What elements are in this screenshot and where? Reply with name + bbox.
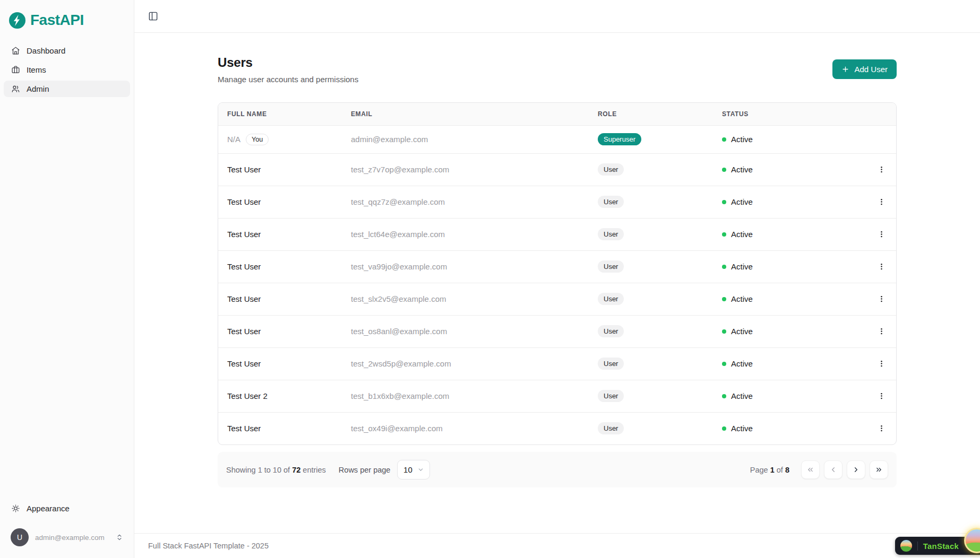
chevron-down-icon [417, 466, 424, 473]
status-badge: Active [722, 262, 865, 271]
user-fullname: Test User [227, 327, 342, 336]
role-badge: User [598, 260, 624, 273]
user-row: N/AYouadmin@example.comSuperuserActive [218, 125, 897, 153]
sidebar-item-appearance[interactable]: Appearance [0, 500, 134, 517]
user-menu[interactable]: U admin@example.com [5, 524, 128, 551]
ellipsis-vertical-icon [878, 327, 886, 335]
page-indicator: Page 1 of 8 [750, 466, 789, 474]
role-badge: User [598, 163, 624, 176]
appearance-label: Appearance [27, 504, 70, 513]
pagination-bar: Showing 1 to 10 of 72 entries Rows per p… [218, 452, 897, 487]
sun-icon [11, 504, 20, 513]
user-fullname: Test User [227, 165, 342, 174]
showing-entries-text: Showing 1 to 10 of 72 entries [226, 466, 326, 474]
previous-page-button[interactable] [824, 460, 843, 479]
row-actions-button[interactable] [875, 260, 888, 273]
user-email-label: admin@example.com [35, 534, 109, 542]
row-actions-button[interactable] [875, 195, 888, 208]
status-dot-icon [722, 329, 726, 334]
sidebar-item-admin[interactable]: Admin [4, 81, 130, 97]
user-email: test_os8anl@example.com [342, 315, 589, 347]
user-email: test_z7v7op@example.com [342, 153, 589, 186]
user-row: Test Usertest_qqz7z@example.comUserActiv… [218, 186, 897, 218]
devtools-divider [917, 542, 918, 551]
chevron-right-icon [852, 466, 860, 474]
sidebar-item-dashboard[interactable]: Dashboard [4, 42, 130, 59]
role-badge: User [598, 358, 624, 370]
next-page-button[interactable] [847, 460, 865, 479]
user-email: test_va99jo@example.com [342, 250, 589, 283]
page-footer: Full Stack FastAPI Template - 2025 [134, 533, 980, 558]
user-row: Test Usertest_lct64e@example.comUserActi… [218, 218, 897, 250]
chevrons-left-icon [806, 466, 814, 474]
row-actions-button[interactable] [875, 163, 888, 176]
status-badge: Active [722, 294, 865, 303]
panel-left-icon [148, 11, 158, 21]
status-badge: Active [722, 327, 865, 336]
page-header: Users Manage user accounts and permissio… [218, 55, 897, 84]
user-fullname: Test User [227, 230, 342, 239]
user-email: test_b1x6xb@example.com [342, 380, 589, 412]
row-actions-button[interactable] [875, 357, 888, 370]
row-actions-button[interactable] [875, 325, 888, 338]
status-badge: Active [722, 135, 865, 144]
user-email: test_ox49i@example.com [342, 412, 589, 444]
topbar [134, 0, 980, 33]
user-fullname: Test User [227, 197, 342, 206]
ellipsis-vertical-icon [878, 230, 886, 238]
row-actions-button[interactable] [875, 422, 888, 435]
users-table-card: FULL NAME EMAIL ROLE STATUS N/AYouadmin@… [218, 102, 897, 445]
rows-per-page-select[interactable]: 10 [397, 460, 430, 479]
status-badge: Active [722, 424, 865, 433]
last-page-button[interactable] [870, 460, 888, 479]
page-subtitle: Manage user accounts and permissions [218, 75, 358, 84]
user-email: admin@example.com [342, 125, 589, 153]
status-dot-icon [722, 265, 726, 269]
ellipsis-vertical-icon [878, 263, 886, 271]
sidebar-item-label: Dashboard [27, 46, 65, 55]
chevrons-up-down-icon [116, 534, 123, 541]
status-badge: Active [722, 230, 865, 239]
row-actions-button[interactable] [875, 292, 888, 306]
brand-name: FastAPI [30, 12, 84, 29]
row-actions-button[interactable] [875, 228, 888, 241]
user-row: Test Usertest_z7v7op@example.comUserActi… [218, 153, 897, 186]
role-badge: Superuser [598, 133, 641, 145]
status-dot-icon [722, 137, 726, 142]
tanstack-logo-icon [900, 540, 912, 552]
role-badge: User [598, 293, 624, 305]
you-badge: You [246, 134, 269, 145]
user-email: test_2wsd5p@example.com [342, 347, 589, 380]
status-dot-icon [722, 362, 726, 366]
rows-per-page-label: Rows per page [339, 466, 391, 474]
user-fullname: Test User [227, 294, 342, 303]
tanstack-label: TanStack [923, 542, 959, 551]
status-dot-icon [722, 232, 726, 237]
sidebar-item-items[interactable]: Items [4, 62, 130, 78]
sidebar-toggle-button[interactable] [146, 9, 160, 23]
column-header-role: ROLE [589, 103, 713, 125]
brand-logo[interactable]: FastAPI [0, 0, 134, 29]
plus-icon [841, 65, 849, 73]
tanstack-devtools-badge: TanStack [895, 537, 980, 555]
role-badge: User [598, 196, 624, 208]
user-row: Test Usertest_slx2v5@example.comUserActi… [218, 283, 897, 315]
status-dot-icon [722, 200, 726, 204]
status-dot-icon [722, 394, 726, 398]
status-dot-icon [722, 168, 726, 172]
ellipsis-vertical-icon [878, 392, 886, 400]
status-badge: Active [722, 197, 865, 206]
user-row: Test Usertest_os8anl@example.comUserActi… [218, 315, 897, 347]
column-header-email: EMAIL [342, 103, 589, 125]
status-dot-icon [722, 297, 726, 301]
tanstack-devtools-pill[interactable]: TanStack [895, 537, 980, 555]
user-fullname: Test User [227, 262, 342, 271]
chevron-left-icon [829, 466, 837, 474]
first-page-button[interactable] [801, 460, 820, 479]
column-header-status: STATUS [713, 103, 865, 125]
row-actions-button[interactable] [875, 389, 888, 403]
sidebar-item-label: Items [27, 65, 46, 74]
avatar: U [11, 528, 29, 546]
add-user-button[interactable]: Add User [832, 59, 897, 79]
users-table: FULL NAME EMAIL ROLE STATUS N/AYouadmin@… [218, 103, 897, 444]
